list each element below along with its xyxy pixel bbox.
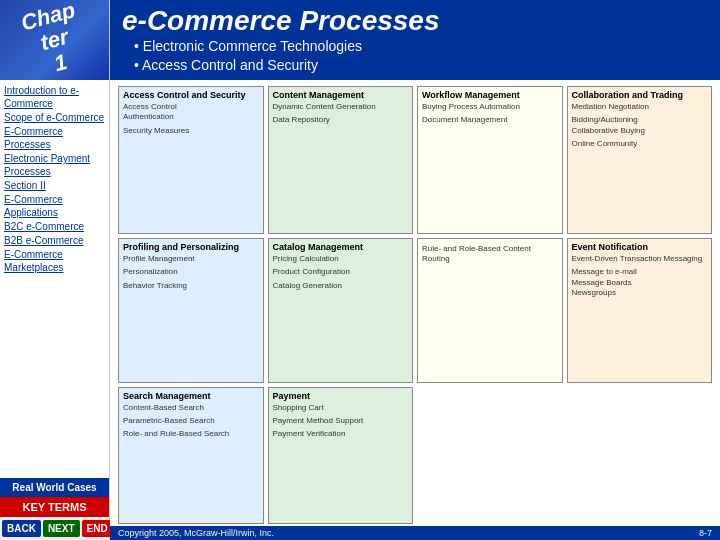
box-catalog: Catalog Management Pricing Calculation P… <box>268 238 414 383</box>
box-event-notif: Event Notification Event-Driven Transact… <box>567 238 713 383</box>
next-button[interactable]: NEXT <box>43 520 80 537</box>
key-terms[interactable]: KEY TERMS <box>0 497 109 517</box>
nav-applications[interactable]: E-Commerce Applications <box>4 193 105 219</box>
box-empty2 <box>567 387 713 524</box>
nav-b2c[interactable]: B2C e-Commerce <box>4 220 105 233</box>
box-collab: Collaboration and Trading Mediation Nego… <box>567 86 713 234</box>
nav-intro[interactable]: Introduction to e-Commerce <box>4 84 105 110</box>
back-button[interactable]: BACK <box>2 520 41 537</box>
page-title: e-Commerce Processes <box>122 6 708 37</box>
diagram: Access Control and Security Access Contr… <box>110 80 720 526</box>
box-content-mgmt: Content Management Dynamic Content Gener… <box>268 86 414 234</box>
box-rule-role: Rule- and Role-Based Content Routing <box>417 238 563 383</box>
bullet2: • Access Control and Security <box>134 57 318 73</box>
subtitle: • Electronic Commerce Technologies • Acc… <box>122 37 708 76</box>
box-profiling: Profiling and Personalizing Profile Mana… <box>118 238 264 383</box>
chapter-badge: Chapter1 <box>0 0 109 80</box>
box-empty1 <box>417 387 563 524</box>
box-workflow: Workflow Management Buying Process Autom… <box>417 86 563 234</box>
box-access-control: Access Control and Security Access Contr… <box>118 86 264 234</box>
sidebar: Chapter1 Introduction to e-Commerce Scop… <box>0 0 110 540</box>
header: e-Commerce Processes • Electronic Commer… <box>110 0 720 80</box>
page-number: 8-7 <box>699 528 712 538</box>
footer: Copyright 2005, McGraw-Hill/Irwin, Inc. … <box>110 526 720 540</box>
box-search: Search Management Content-Based Search P… <box>118 387 264 524</box>
nav-buttons: BACK NEXT END <box>0 517 109 540</box>
nav-scope[interactable]: Scope of e-Commerce <box>4 111 105 124</box>
chapter-label: Chapter1 <box>19 0 91 80</box>
end-badge: END <box>82 520 113 537</box>
nav-b2b[interactable]: B2B e-Commerce <box>4 234 105 247</box>
nav-links: Introduction to e-Commerce Scope of e-Co… <box>0 80 109 478</box>
nav-section-ii[interactable]: Section II <box>4 179 105 192</box>
copyright: Copyright 2005, McGraw-Hill/Irwin, Inc. <box>118 528 274 538</box>
main-content: e-Commerce Processes • Electronic Commer… <box>110 0 720 540</box>
box-payment: Payment Shopping Cart Payment Method Sup… <box>268 387 414 524</box>
nav-marketplaces[interactable]: E-Commerce Marketplaces <box>4 248 105 274</box>
nav-electronic-payment[interactable]: Electronic Payment Processes <box>4 152 105 178</box>
bullet1: • Electronic Commerce Technologies <box>134 38 362 54</box>
real-world-cases[interactable]: Real World Cases <box>0 478 109 497</box>
nav-ecommerce-processes[interactable]: E-Commerce Processes <box>4 125 105 151</box>
